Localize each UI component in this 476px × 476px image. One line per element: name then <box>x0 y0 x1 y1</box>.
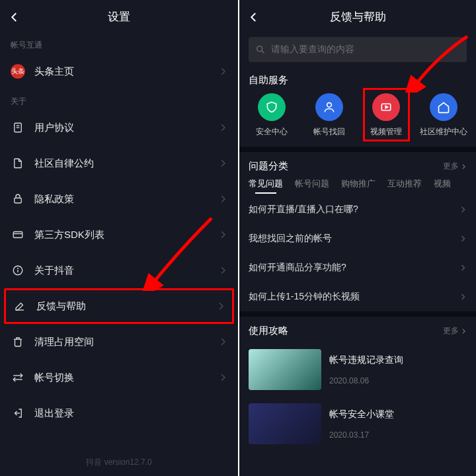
row-label: 头条主页 <box>34 65 218 78</box>
info-icon <box>11 264 25 276</box>
logout-icon <box>11 407 25 419</box>
service-recover[interactable]: 帐号找回 <box>301 93 358 138</box>
row-label: 帐号切换 <box>34 372 218 384</box>
chevron-right-icon <box>218 67 227 76</box>
question-text: 如何开直播/直播入口在哪? <box>249 204 358 216</box>
category-header: 问题分类 更多 <box>239 152 476 178</box>
page-title: 设置 <box>108 9 130 24</box>
edit-icon <box>13 300 27 312</box>
switch-icon <box>11 372 25 383</box>
guide-thumbnail <box>249 403 321 444</box>
row-user-agreement[interactable]: 用户协议 <box>0 110 238 145</box>
service-label: 帐号找回 <box>313 126 345 138</box>
header: 反馈与帮助 <box>239 0 476 33</box>
search-icon <box>255 44 266 55</box>
chevron-right-icon <box>459 235 467 243</box>
more-link[interactable]: 更多 <box>443 325 467 337</box>
search-placeholder: 请输入要查询的内容 <box>271 44 354 56</box>
service-community[interactable]: 社区维护中心 <box>415 93 473 138</box>
question-row[interactable]: 如何上传1-15分钟的长视频 <box>239 282 476 311</box>
svg-line-14 <box>262 51 264 53</box>
row-label: 社区自律公约 <box>34 157 218 170</box>
chevron-right-icon <box>459 293 467 301</box>
question-row[interactable]: 如何开直播/直播入口在哪? <box>239 195 476 224</box>
version-text: 抖音 version12.7.0 <box>0 457 238 468</box>
row-label: 第三方SDK列表 <box>34 229 218 241</box>
row-toutiao[interactable]: 头条 头条主页 <box>0 54 238 89</box>
chevron-right-icon <box>459 264 467 272</box>
tab-account[interactable]: 帐号问题 <box>295 178 329 190</box>
service-label: 社区维护中心 <box>420 126 467 138</box>
tab-common[interactable]: 常见问题 <box>249 178 283 190</box>
row-community[interactable]: 社区自律公约 <box>0 145 238 181</box>
row-sdk[interactable]: 第三方SDK列表 <box>0 217 238 253</box>
chevron-right-icon <box>218 123 227 132</box>
question-row[interactable]: 我想找回之前的帐号 <box>239 224 476 253</box>
back-icon[interactable] <box>7 9 22 25</box>
feedback-panel: 反馈与帮助 请输入要查询的内容 自助服务 安全中心 帐号找回 视频管理 社区维护… <box>238 0 476 476</box>
chevron-right-icon <box>459 206 467 214</box>
toutiao-icon: 头条 <box>11 64 25 79</box>
home-icon <box>430 93 457 121</box>
more-link[interactable]: 更多 <box>443 161 467 172</box>
guide-title: 使用攻略 <box>249 325 288 337</box>
trash-icon <box>11 336 25 348</box>
category-title: 问题分类 <box>249 160 288 173</box>
chevron-right-icon <box>218 230 227 239</box>
guide-header: 使用攻略 更多 <box>239 317 476 342</box>
tab-video[interactable]: 视频 <box>434 178 451 190</box>
question-row[interactable]: 如何开通商品分享功能? <box>239 253 476 282</box>
question-text: 如何开通商品分享功能? <box>249 262 346 274</box>
row-switch-account[interactable]: 帐号切换 <box>0 360 238 395</box>
question-text: 如何上传1-15分钟的长视频 <box>249 291 360 303</box>
self-service-title: 自助服务 <box>239 70 476 93</box>
svg-point-8 <box>18 268 19 269</box>
tab-interact[interactable]: 互动推荐 <box>387 178 422 190</box>
document-icon <box>11 122 25 134</box>
chevron-right-icon <box>218 337 227 346</box>
service-video[interactable]: 视频管理 <box>358 93 415 138</box>
search-input[interactable]: 请输入要查询的内容 <box>249 37 467 62</box>
guide-thumbnail <box>249 349 321 390</box>
row-label: 反馈与帮助 <box>36 300 216 313</box>
guide-item-title: 帐号违规记录查询 <box>329 354 403 366</box>
person-icon <box>315 93 343 121</box>
svg-rect-4 <box>13 232 22 238</box>
row-label: 清理占用空间 <box>34 336 218 348</box>
lock-icon <box>11 193 25 205</box>
section-label-account: 帐号互通 <box>0 33 238 54</box>
category-tabs: 常见问题 帐号问题 购物推广 互动推荐 视频 <box>239 178 476 195</box>
guide-item[interactable]: 帐号违规记录查询 2020.08.06 <box>239 342 476 397</box>
row-clear-cache[interactable]: 清理占用空间 <box>0 324 238 360</box>
highlight-box <box>363 88 410 141</box>
section-label-about: 关于 <box>0 89 238 110</box>
card-icon <box>11 229 25 241</box>
guide-item[interactable]: 帐号安全小课堂 2020.03.17 <box>239 397 476 451</box>
row-label: 关于抖音 <box>34 264 218 277</box>
row-about-douyin[interactable]: 关于抖音 <box>0 253 238 288</box>
row-label: 隐私政策 <box>34 193 218 206</box>
divider <box>239 147 476 152</box>
settings-panel: 设置 帐号互通 头条 头条主页 关于 用户协议 社区自律公约 隐私政策 第三方S… <box>0 0 238 476</box>
header: 设置 <box>0 0 238 33</box>
guide-item-date: 2020.08.06 <box>329 376 403 385</box>
row-feedback-help[interactable]: 反馈与帮助 <box>4 288 234 324</box>
svg-rect-3 <box>15 198 22 204</box>
svg-point-13 <box>257 46 262 52</box>
service-grid: 安全中心 帐号找回 视频管理 社区维护中心 <box>239 93 476 147</box>
page-title: 反馈与帮助 <box>330 9 386 24</box>
row-label: 退出登录 <box>34 407 227 420</box>
guide-item-date: 2020.03.17 <box>329 430 394 440</box>
divider <box>239 311 476 317</box>
back-icon[interactable] <box>246 9 262 25</box>
file-icon <box>11 157 25 169</box>
row-logout[interactable]: 退出登录 <box>0 395 238 431</box>
chevron-right-icon <box>216 301 225 311</box>
shield-icon <box>258 93 286 121</box>
tab-shopping[interactable]: 购物推广 <box>341 178 376 190</box>
service-label: 安全中心 <box>256 126 288 138</box>
chevron-right-icon <box>218 373 227 382</box>
chevron-right-icon <box>218 266 227 275</box>
row-privacy[interactable]: 隐私政策 <box>0 181 238 217</box>
service-security[interactable]: 安全中心 <box>243 93 301 138</box>
